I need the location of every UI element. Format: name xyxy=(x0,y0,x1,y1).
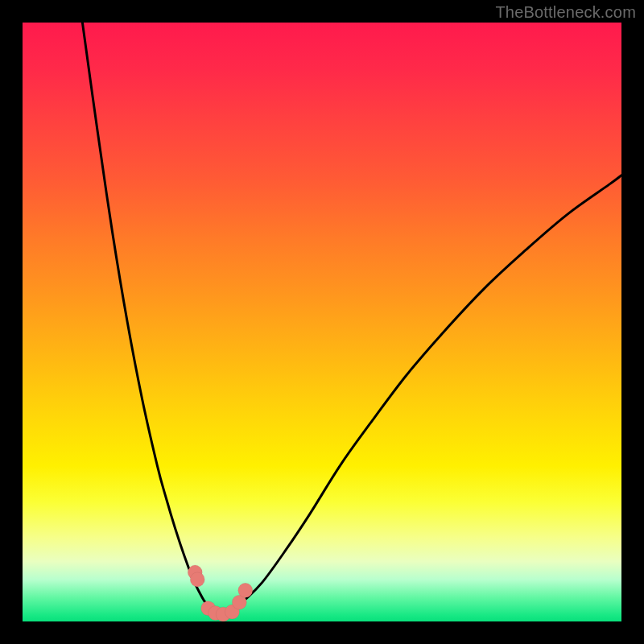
plot-area xyxy=(23,23,621,621)
left-branch-line xyxy=(82,23,220,616)
chart-frame: TheBottleneck.com xyxy=(0,0,644,644)
valley-dot xyxy=(238,583,253,597)
valley-dots xyxy=(188,565,252,621)
watermark-text: TheBottleneck.com xyxy=(495,3,636,22)
curves-svg xyxy=(23,23,621,621)
valley-dot xyxy=(190,572,204,587)
right-branch-line xyxy=(221,175,621,616)
